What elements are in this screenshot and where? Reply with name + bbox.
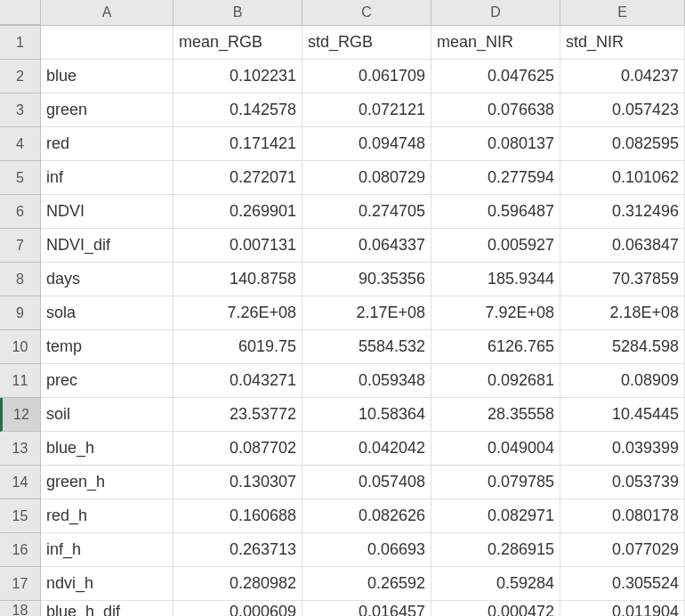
col-header-E[interactable]: E: [560, 0, 685, 25]
col-header-B[interactable]: B: [173, 0, 302, 25]
cell-C[interactable]: 0.094748: [302, 127, 431, 161]
cell-A[interactable]: green_h: [41, 466, 173, 499]
cell-A[interactable]: red: [41, 127, 173, 161]
cell-E[interactable]: 70.37859: [560, 263, 685, 296]
cell-B[interactable]: 0.087702: [173, 432, 302, 466]
cell-E[interactable]: 5284.598: [560, 330, 685, 364]
row-header[interactable]: 14: [0, 466, 41, 499]
row-header[interactable]: 17: [0, 567, 41, 601]
cell-B[interactable]: 0.263713: [173, 533, 302, 567]
cell-D[interactable]: 0.005927: [431, 229, 560, 263]
cell-D[interactable]: 0.277594: [431, 161, 560, 195]
row-header[interactable]: 12: [0, 398, 41, 432]
cell-A[interactable]: days: [41, 263, 173, 296]
cell-E[interactable]: 0.053739: [560, 466, 685, 499]
row-header[interactable]: 7: [0, 229, 41, 263]
cell-E[interactable]: 2.18E+08: [560, 296, 685, 330]
cell-C[interactable]: 0.061709: [302, 60, 431, 93]
cell-C[interactable]: 0.082626: [302, 499, 431, 533]
cell-D[interactable]: 0.596487: [431, 195, 560, 229]
cell-D[interactable]: 0.047625: [431, 60, 560, 93]
cell-B[interactable]: 23.53772: [173, 398, 302, 432]
cell-A[interactable]: soil: [41, 398, 173, 432]
cell-C[interactable]: 0.080729: [302, 161, 431, 195]
cell-B[interactable]: 0.272071: [173, 161, 302, 195]
cell-E[interactable]: 0.08909: [560, 364, 685, 398]
cell-B[interactable]: mean_RGB: [173, 26, 302, 60]
cell-E[interactable]: 0.077029: [560, 533, 685, 567]
row-header[interactable]: 4: [0, 127, 41, 161]
row-header[interactable]: 13: [0, 432, 41, 466]
row-header[interactable]: 1: [0, 26, 41, 60]
cell-E[interactable]: 0.080178: [560, 499, 685, 533]
cell-B[interactable]: 0.280982: [173, 567, 302, 601]
cell-A[interactable]: green: [41, 93, 173, 127]
cell-C[interactable]: 5584.532: [302, 330, 431, 364]
cell-C[interactable]: std_RGB: [302, 26, 431, 60]
cell-D[interactable]: 0.079785: [431, 466, 560, 499]
cell-C[interactable]: 0.274705: [302, 195, 431, 229]
cell-A[interactable]: prec: [41, 364, 173, 398]
cell-D[interactable]: 0.080137: [431, 127, 560, 161]
row-header[interactable]: 5: [0, 161, 41, 195]
cell-A[interactable]: temp: [41, 330, 173, 364]
cell-D[interactable]: 185.9344: [431, 263, 560, 296]
row-header[interactable]: 15: [0, 499, 41, 533]
row-header[interactable]: 16: [0, 533, 41, 567]
row-header[interactable]: 2: [0, 60, 41, 93]
cell-A[interactable]: blue_h_dif: [41, 601, 173, 616]
cell-B[interactable]: 6019.75: [173, 330, 302, 364]
cell-E[interactable]: 0.011904: [560, 601, 685, 616]
cell-C[interactable]: 0.072121: [302, 93, 431, 127]
col-header-D[interactable]: D: [431, 0, 560, 25]
cell-D[interactable]: 0.092681: [431, 364, 560, 398]
cell-C[interactable]: 0.057408: [302, 466, 431, 499]
col-header-A[interactable]: A: [41, 0, 173, 25]
cell-C[interactable]: 0.042042: [302, 432, 431, 466]
cell-C[interactable]: 0.059348: [302, 364, 431, 398]
cell-B[interactable]: 7.26E+08: [173, 296, 302, 330]
cell-C[interactable]: 0.064337: [302, 229, 431, 263]
cell-A[interactable]: red_h: [41, 499, 173, 533]
cell-A[interactable]: blue_h: [41, 432, 173, 466]
cell-A[interactable]: sola: [41, 296, 173, 330]
cell-A[interactable]: blue: [41, 60, 173, 93]
cell-A[interactable]: NDVI_dif: [41, 229, 173, 263]
row-header[interactable]: 10: [0, 330, 41, 364]
row-header[interactable]: 3: [0, 93, 41, 127]
cell-B[interactable]: 140.8758: [173, 263, 302, 296]
cell-A[interactable]: ndvi_h: [41, 567, 173, 601]
select-all-corner[interactable]: [0, 0, 41, 25]
cell-B[interactable]: 0.142578: [173, 93, 302, 127]
cell-D[interactable]: 0.082971: [431, 499, 560, 533]
cell-B[interactable]: 0.000609: [173, 601, 302, 616]
cell-B[interactable]: 0.269901: [173, 195, 302, 229]
cell-E[interactable]: 0.101062: [560, 161, 685, 195]
cell-B[interactable]: 0.102231: [173, 60, 302, 93]
cell-C[interactable]: 10.58364: [302, 398, 431, 432]
row-header[interactable]: 8: [0, 263, 41, 296]
cell-E[interactable]: 10.45445: [560, 398, 685, 432]
cell-B[interactable]: 0.130307: [173, 466, 302, 499]
row-header[interactable]: 11: [0, 364, 41, 398]
row-header[interactable]: 9: [0, 296, 41, 330]
cell-D[interactable]: 0.000472: [431, 601, 560, 616]
cell-E[interactable]: 0.039399: [560, 432, 685, 466]
cell-D[interactable]: 7.92E+08: [431, 296, 560, 330]
cell-D[interactable]: 28.35558: [431, 398, 560, 432]
cell-B[interactable]: 0.160688: [173, 499, 302, 533]
cell-D[interactable]: 6126.765: [431, 330, 560, 364]
cell-B[interactable]: 0.043271: [173, 364, 302, 398]
col-header-C[interactable]: C: [302, 0, 431, 25]
cell-B[interactable]: 0.007131: [173, 229, 302, 263]
cell-E[interactable]: 0.305524: [560, 567, 685, 601]
cell-E[interactable]: 0.312496: [560, 195, 685, 229]
cell-C[interactable]: 0.06693: [302, 533, 431, 567]
cell-D[interactable]: 0.59284: [431, 567, 560, 601]
cell-C[interactable]: 2.17E+08: [302, 296, 431, 330]
cell-D[interactable]: mean_NIR: [431, 26, 560, 60]
cell-A[interactable]: NDVI: [41, 195, 173, 229]
cell-A[interactable]: inf_h: [41, 533, 173, 567]
row-header[interactable]: 6: [0, 195, 41, 229]
cell-E[interactable]: std_NIR: [560, 26, 685, 60]
